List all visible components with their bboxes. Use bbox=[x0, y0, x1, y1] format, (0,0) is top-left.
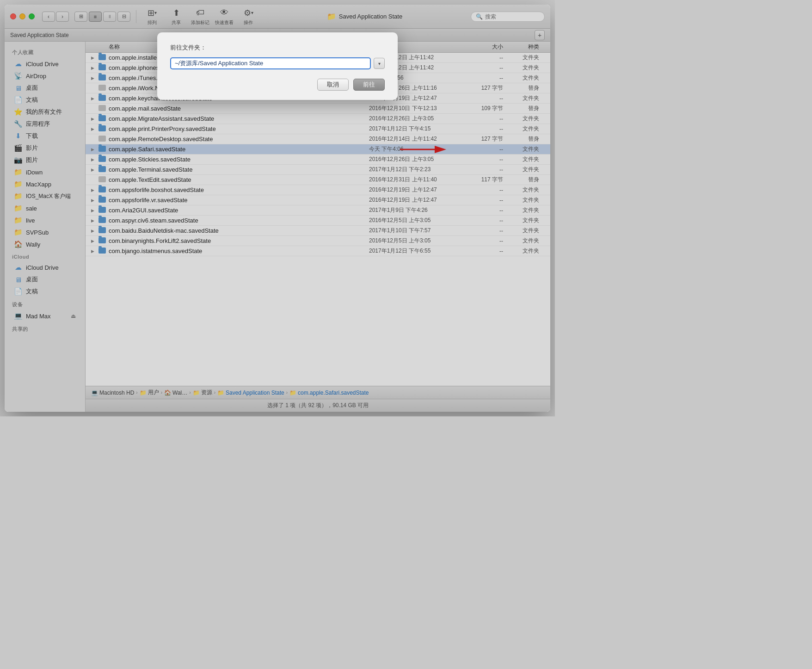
confirm-button[interactable]: 前往 bbox=[353, 79, 385, 91]
finder-window: ‹ › ⊞ ≡ ⫴ ⊟ ⊞▾ 排列 ⬆ 共享 🏷 添加标记 👁 快速查看 ⚙▾ bbox=[5, 5, 550, 412]
dialog-buttons: 取消 前往 bbox=[170, 79, 385, 91]
dialog-dropdown-button[interactable]: ▾ bbox=[374, 58, 385, 69]
goto-folder-dialog: 前往文件夹： ▾ 取消 前往 bbox=[157, 32, 398, 100]
cancel-button[interactable]: 取消 bbox=[317, 79, 349, 91]
dialog-title: 前往文件夹： bbox=[170, 43, 385, 52]
dialog-input-row: ▾ bbox=[170, 57, 385, 69]
goto-folder-input[interactable] bbox=[170, 57, 371, 69]
dialog-overlay: 前往文件夹： ▾ 取消 前往 bbox=[5, 5, 550, 412]
